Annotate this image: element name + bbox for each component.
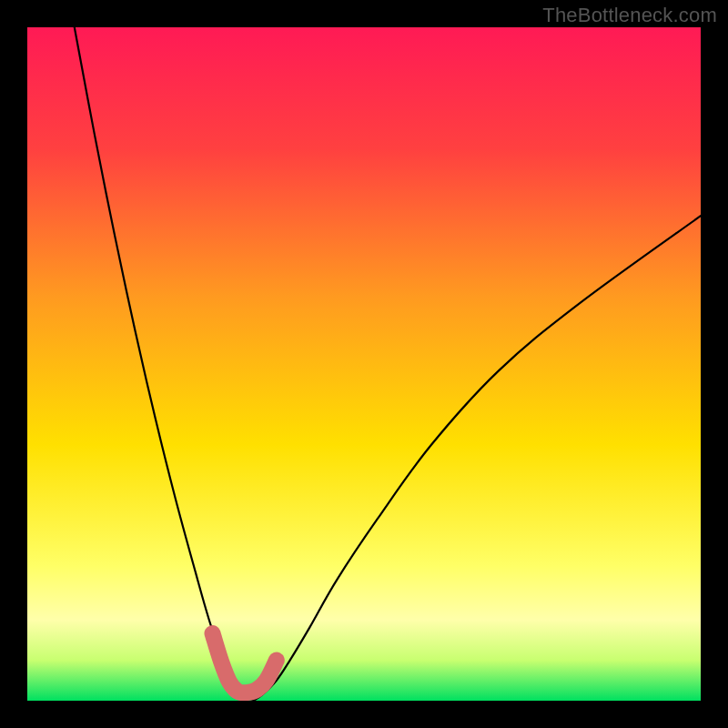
chart-frame: TheBottleneck.com	[0, 0, 728, 728]
gradient-background	[27, 27, 701, 701]
watermark-text: TheBottleneck.com	[542, 4, 717, 27]
chart-svg	[27, 27, 701, 701]
plot-area	[27, 27, 701, 701]
